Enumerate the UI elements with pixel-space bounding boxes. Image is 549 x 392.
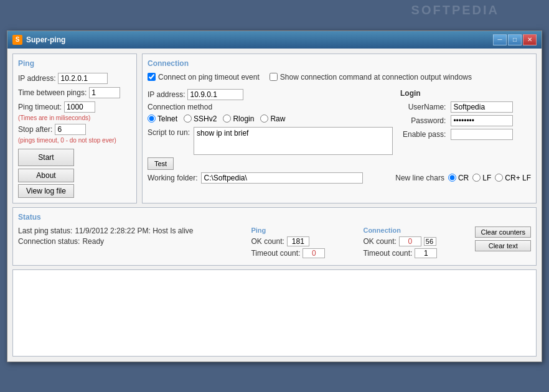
password-input[interactable] — [451, 115, 513, 126]
wf-label: Working folder: — [148, 174, 197, 182]
log-area[interactable] — [12, 269, 537, 357]
method-sshv2-label: SSHv2 — [194, 114, 217, 123]
watermark: SOFTPEDIA — [411, 3, 499, 17]
ping-ip-input[interactable] — [58, 73, 108, 84]
conn-ip-label: IP address: — [148, 90, 185, 99]
password-label: Password: — [400, 114, 448, 128]
connection-panel-title: Connection — [148, 59, 531, 68]
newline-lf-radio[interactable] — [472, 174, 481, 182]
main-window: S Super-ping SOFTPEDIA ─ □ ✕ Ping IP add… — [7, 30, 542, 362]
login-table: UserName: Password: Enable pass: — [400, 100, 515, 141]
conn-ok-label: OK count: — [363, 237, 396, 246]
ping-panel: Ping IP address: Time between pings: Pin… — [12, 54, 137, 203]
about-button[interactable]: About — [18, 169, 74, 182]
ping-time-input[interactable] — [89, 87, 120, 98]
method-sshv2[interactable]: SSHv2 — [184, 114, 217, 123]
window-controls: ─ □ ✕ — [493, 34, 537, 45]
newline-cr[interactable]: CR — [448, 174, 469, 182]
method-rlogin-radio[interactable] — [223, 114, 231, 123]
minimize-button[interactable]: ─ — [493, 34, 507, 45]
method-rlogin-label: Rlogin — [233, 114, 254, 123]
enablepass-label: Enable pass: — [400, 128, 448, 141]
close-button[interactable]: ✕ — [523, 34, 537, 45]
method-label: Connection method — [148, 103, 212, 111]
method-sshv2-radio[interactable] — [184, 114, 192, 123]
method-telnet[interactable]: Telnet — [148, 114, 177, 123]
method-raw-radio[interactable] — [260, 114, 268, 123]
ping-ok-label: OK count: — [251, 237, 284, 246]
last-ping-value: 11/9/2012 2:28:22 PM: Host Is alive — [75, 226, 193, 235]
conn-ip-input[interactable] — [187, 89, 243, 100]
enablepass-input[interactable] — [451, 129, 513, 140]
show-checkbox-label: Show connection command at connection ou… — [280, 73, 472, 82]
newline-cr-label: CR — [458, 174, 469, 182]
viewlog-button[interactable]: View log file — [18, 184, 74, 198]
conn-timeout-value: 1 — [415, 248, 437, 258]
wf-input[interactable] — [201, 172, 363, 184]
stop-note: (pings timeout, 0 - do not stop ever) — [18, 137, 131, 144]
method-raw[interactable]: Raw — [260, 114, 285, 123]
conn-ok-value: 0 — [399, 236, 421, 246]
test-button[interactable]: Test — [148, 157, 174, 170]
timeout-note: (Times are in miliseconds) — [18, 114, 131, 121]
conn-timeout-label: Timeout count: — [363, 249, 412, 258]
timeout-label: Ping timeout: — [18, 103, 62, 111]
stop-label: Stop after: — [18, 125, 52, 134]
start-button[interactable]: Start — [18, 149, 74, 166]
time-label: Time between pings: — [18, 88, 87, 97]
login-section: Login UserName: Password: Enab — [400, 89, 531, 170]
newline-group: New line chars CR LF CR+ LF — [395, 174, 531, 182]
ping-panel-title: Ping — [18, 59, 131, 68]
newline-crlf[interactable]: CR+ LF — [495, 174, 531, 182]
status-section: Status Last ping status: 11/9/2012 2:28:… — [12, 207, 537, 266]
restore-button[interactable]: □ — [508, 34, 522, 45]
username-label: UserName: — [400, 100, 448, 114]
username-input[interactable] — [451, 101, 513, 113]
clear-text-button[interactable]: Clear text — [475, 240, 531, 251]
script-textarea[interactable]: show ip int brief — [194, 127, 393, 155]
status-actions: Clear counters Clear text — [475, 226, 531, 260]
ping-timeout-label: Timeout count: — [251, 249, 300, 258]
conn-sub-title: Connection — [363, 226, 462, 234]
window-title: Super-ping — [26, 35, 65, 44]
method-telnet-radio[interactable] — [148, 114, 156, 123]
newline-lf[interactable]: LF — [472, 174, 491, 182]
login-title: Login — [400, 89, 531, 98]
script-label: Script to run: — [148, 128, 190, 137]
clear-counters-button[interactable]: Clear counters — [475, 226, 531, 238]
ping-timeout-input[interactable] — [64, 101, 95, 113]
method-raw-label: Raw — [270, 114, 285, 123]
ping-stop-input[interactable] — [55, 124, 86, 135]
newline-crlf-label: CR+ LF — [505, 174, 531, 182]
connect-checkbox-label: Connect on ping timeout event — [158, 73, 260, 82]
method-rlogin[interactable]: Rlogin — [223, 114, 254, 123]
conn-ok-extra-input[interactable] — [424, 237, 436, 246]
title-bar: S Super-ping SOFTPEDIA ─ □ ✕ — [7, 31, 542, 49]
newline-crlf-radio[interactable] — [495, 174, 503, 182]
ping-timeout-value: 0 — [303, 248, 325, 258]
newline-lf-label: LF — [482, 174, 491, 182]
conn-status-value: Ready — [82, 237, 104, 246]
newline-cr-radio[interactable] — [448, 174, 456, 182]
status-conn: Connection OK count: 0 Timeout count: 1 — [363, 226, 462, 260]
show-checkbox[interactable] — [270, 73, 278, 81]
working-folder-row: Working folder: New line chars CR LF CR+… — [148, 172, 531, 184]
status-left: Last ping status: 11/9/2012 2:28:22 PM: … — [18, 226, 238, 260]
conn-status-label: Connection status: — [18, 237, 80, 246]
newline-label: New line chars — [395, 174, 444, 182]
connection-panel: Connection Connect on ping timeout event… — [142, 54, 537, 203]
ping-ok-value: 181 — [287, 236, 309, 246]
app-icon: S — [12, 35, 22, 45]
ip-label: IP address: — [18, 74, 55, 83]
method-telnet-label: Telnet — [157, 114, 177, 123]
ping-sub-title: Ping — [251, 226, 350, 234]
connect-checkbox[interactable] — [148, 73, 156, 81]
status-ping: Ping OK count: 181 Timeout count: 0 — [251, 226, 350, 260]
last-ping-label: Last ping status: — [18, 226, 72, 235]
status-title: Status — [18, 213, 531, 222]
